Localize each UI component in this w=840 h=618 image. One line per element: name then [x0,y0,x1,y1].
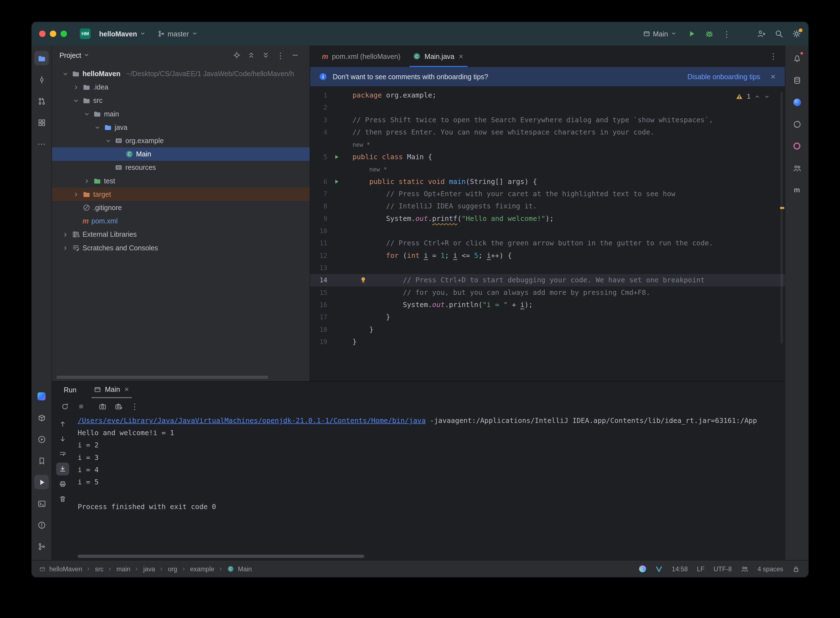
run-tab-close-icon[interactable] [124,386,130,392]
soft-wrap-icon[interactable] [56,447,69,460]
code-line[interactable]: 7 // Press Opt+Enter with your caret at … [310,187,785,200]
tree-item-resources[interactable]: resources [52,161,310,174]
chevron-right-icon[interactable] [62,231,69,238]
console-options-icon[interactable]: ⋮ [131,402,139,410]
tree-item-main[interactable]: CMain [52,147,310,160]
code-line[interactable]: 11 // Press Ctrl+R or click the green ar… [310,237,785,249]
code-line[interactable]: 3// Press Shift twice to open the Search… [310,114,785,126]
chevron-down-icon[interactable] [83,111,91,117]
next-problem-icon[interactable] [764,94,770,100]
thread-dump-icon[interactable] [99,402,107,410]
code-line[interactable]: 4// then press Enter. You can now see wh… [310,126,785,138]
prev-problem-icon[interactable] [754,94,760,100]
dependencies-tool-icon[interactable] [34,410,49,425]
chevron-right-icon[interactable] [72,191,80,198]
project-tool-icon[interactable] [34,51,49,65]
run-tool-icon[interactable] [34,475,49,489]
code-line[interactable]: 16 System.out.println("i = " + i); [310,299,785,310]
readonly-lock-icon[interactable] [792,565,800,573]
code-line[interactable]: 17 } [310,311,785,323]
code-line[interactable]: 6 public static void main(String[] args)… [310,175,785,187]
editor-scrollbar[interactable] [781,92,783,343]
structure-tool-icon[interactable] [34,115,49,130]
run-anything-icon[interactable] [34,432,49,446]
code-line[interactable]: 8 // IntelliJ IDEA suggests fixing it. [310,200,785,212]
chevron-down-icon[interactable] [72,97,80,104]
tree-item-target[interactable]: target [52,187,310,201]
tab-options-icon[interactable]: ⋮ [769,52,777,61]
commit-tool-icon[interactable] [34,72,49,87]
jump-to-bottom-icon[interactable] [56,432,69,445]
breadcrumb-item[interactable]: main [116,565,130,573]
tree-item-test[interactable]: test [52,174,310,187]
pull-requests-tool-icon[interactable] [34,94,49,108]
services-tool-icon[interactable] [34,389,49,404]
cursor-position[interactable]: 14:58 [672,565,688,573]
breadcrumb-item[interactable]: helloMaven [49,565,82,573]
banner-close-icon[interactable] [770,73,776,80]
chevron-down-icon[interactable] [94,124,101,130]
tree-item-org-example[interactable]: org.example [52,134,310,147]
ai-assistant-icon[interactable] [790,95,804,109]
chevron-down-icon[interactable] [62,71,69,77]
stop-icon[interactable] [77,402,85,410]
close-window-button[interactable] [39,31,46,37]
collapse-all-icon[interactable] [262,51,269,59]
tree-item-java[interactable]: java [52,120,310,134]
add-user-icon[interactable] [757,30,766,38]
ai-assistant-status-icon[interactable] [639,566,646,572]
code-editor[interactable]: 1package org.example;23// Press Shift tw… [310,86,785,381]
scroll-to-end-icon[interactable] [56,462,69,475]
more-actions-icon[interactable]: ⋮ [723,30,731,38]
settings-icon[interactable] [792,30,801,38]
project-widget[interactable]: helloMaven [96,28,149,39]
expand-all-icon[interactable] [248,51,255,59]
run-button[interactable] [687,30,696,38]
database-tool-icon[interactable] [790,73,804,87]
maven-tool-icon[interactable]: m [790,183,804,197]
heap-dump-icon[interactable] [115,402,123,410]
code-line[interactable]: 18 } [310,323,785,336]
tree-item-hellomaven[interactable]: helloMaven~/Desktop/CS/JavaEE/1 JavaWeb/… [52,67,310,80]
search-everywhere-icon[interactable] [775,30,783,38]
collaboration-tool-icon[interactable] [790,161,804,175]
clear-console-icon[interactable] [56,492,69,505]
console-link[interactable]: /Users/eve/Library/Java/JavaVirtualMachi… [78,416,426,425]
code-with-me-icon[interactable] [741,565,748,573]
console-hscrollbar[interactable] [78,555,364,558]
zoom-window-button[interactable] [61,31,67,37]
problems-tool-icon[interactable] [34,518,49,532]
run-tab-main[interactable]: Main [92,382,132,398]
print-console-icon[interactable] [56,477,69,490]
plugin-status-icon[interactable] [655,565,663,573]
disable-onboarding-link[interactable]: Disable onboarding tips [687,73,760,80]
chatgpt-plugin-icon[interactable] [790,117,804,131]
code-line[interactable]: 2 [310,101,785,114]
tab-close-icon[interactable] [458,53,464,59]
chevron-down-icon[interactable] [104,138,112,144]
editor-tab-pom-xml-hellomaven-[interactable]: mpom.xml (helloMaven) [316,46,407,67]
code-line[interactable]: 14 // Press Ctrl+D to start debugging yo… [310,274,785,286]
indent-style[interactable]: 4 spaces [757,565,783,573]
tree-item-scratches-and-consoles[interactable]: Scratches and Consoles [52,241,310,254]
version-control-tool-icon[interactable] [34,539,49,554]
code-line[interactable]: new * [310,163,785,175]
terminal-tool-icon[interactable] [34,496,49,511]
breadcrumb-item[interactable]: example [190,565,214,573]
notifications-icon[interactable] [790,51,804,65]
breadcrumb-item[interactable]: java [143,565,155,573]
code-line[interactable]: new * [310,138,785,151]
code-line[interactable]: 13 [310,261,785,274]
code-line[interactable]: 5public class Main { [310,151,785,163]
chevron-right-icon[interactable] [62,245,69,251]
tree-item--idea[interactable]: .idea [52,80,310,94]
inspections-widget[interactable]: 1 [736,93,770,100]
line-separator[interactable]: LF [697,565,705,573]
chevron-right-icon[interactable] [83,178,91,184]
run-line-icon[interactable] [329,178,343,184]
code-line[interactable]: 1package org.example; [310,89,785,101]
tree-item-src[interactable]: src [52,94,310,107]
tree-item-pom-xml[interactable]: mpom.xml [52,214,310,227]
breadcrumb-item[interactable]: org [168,565,177,573]
debug-button[interactable] [705,30,714,38]
